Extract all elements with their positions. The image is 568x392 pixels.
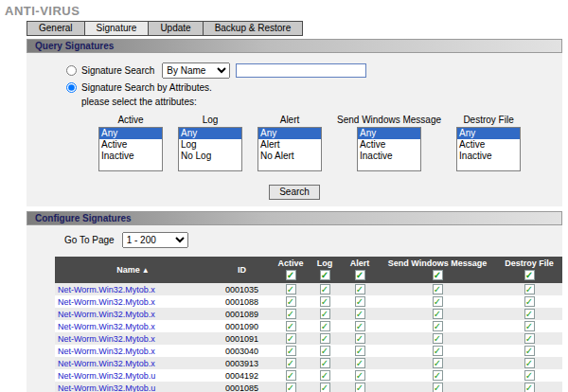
send-windows-message-checkbox[interactable] bbox=[433, 309, 443, 319]
alert-checkbox[interactable] bbox=[355, 296, 365, 307]
signature-name-link[interactable]: Net-Worm.Win32.Mytob.x bbox=[58, 285, 155, 294]
destroy-file-checkbox[interactable] bbox=[524, 284, 535, 294]
column-header-id[interactable]: ID bbox=[211, 257, 273, 283]
active-checkbox[interactable] bbox=[286, 383, 296, 392]
alert-checkbox[interactable] bbox=[355, 358, 365, 368]
go-to-page-select[interactable]: 1 - 200 bbox=[122, 232, 188, 248]
signature-name-link[interactable]: Net-Worm.Win32.Mytob.x bbox=[58, 322, 155, 331]
search-by-attributes-radio[interactable] bbox=[66, 82, 77, 93]
listbox-option[interactable]: Any bbox=[258, 128, 321, 139]
listbox-option[interactable]: No Log bbox=[179, 151, 241, 162]
log-checkbox[interactable] bbox=[320, 346, 330, 356]
select-all-active-checkbox[interactable] bbox=[286, 270, 296, 280]
alert-checkbox[interactable] bbox=[355, 321, 365, 331]
active-checkbox[interactable] bbox=[286, 346, 296, 356]
search-by-select[interactable]: By Name bbox=[162, 62, 230, 79]
signature-name-link[interactable]: Net-Worm.Win32.Mytob.u bbox=[58, 383, 155, 392]
send-windows-message-checkbox[interactable] bbox=[433, 346, 443, 356]
send-windows-message-checkbox[interactable] bbox=[433, 321, 443, 331]
log-checkbox[interactable] bbox=[320, 370, 330, 381]
column-header-name[interactable]: Name bbox=[55, 257, 211, 283]
log-checkbox[interactable] bbox=[320, 321, 330, 331]
listbox-option[interactable]: Inactive bbox=[358, 151, 420, 162]
destroy-file-checkbox[interactable] bbox=[524, 321, 535, 331]
table-row: Net-Worm.Win32.Mytob.x0001088 bbox=[55, 295, 562, 308]
signature-search-radio[interactable] bbox=[66, 65, 77, 76]
signature-name-link[interactable]: Net-Worm.Win32.Mytob.x bbox=[58, 359, 155, 368]
destroy-file-checkbox[interactable] bbox=[524, 358, 535, 368]
log-checkbox[interactable] bbox=[320, 284, 330, 294]
send-windows-message-checkbox[interactable] bbox=[433, 383, 443, 392]
select-all-destroy-file-checkbox[interactable] bbox=[524, 270, 535, 280]
listbox-option[interactable]: Active bbox=[457, 139, 520, 151]
attribute-listbox-destroy-file[interactable]: AnyActiveInactive bbox=[456, 127, 521, 171]
select-all-log-checkbox[interactable] bbox=[320, 270, 330, 280]
signature-name-link[interactable]: Net-Worm.Win32.Mytob.x bbox=[58, 297, 155, 307]
select-all-alert-checkbox[interactable] bbox=[355, 270, 365, 280]
alert-checkbox[interactable] bbox=[355, 333, 365, 344]
signature-search-input[interactable] bbox=[236, 63, 366, 78]
tab-signature[interactable]: Signature bbox=[85, 21, 150, 36]
listbox-option[interactable]: Any bbox=[179, 128, 241, 139]
listbox-option[interactable]: Log bbox=[179, 139, 241, 151]
attribute-listbox-active[interactable]: AnyActiveInactive bbox=[98, 127, 163, 171]
listbox-option[interactable]: Active bbox=[99, 139, 162, 151]
send-windows-message-checkbox[interactable] bbox=[433, 296, 443, 307]
signature-search-radio-label: Signature Search bbox=[81, 65, 154, 76]
signature-name-link[interactable]: Net-Worm.Win32.Mytob.x bbox=[58, 310, 155, 319]
destroy-file-checkbox[interactable] bbox=[524, 383, 535, 392]
listbox-option[interactable]: Inactive bbox=[99, 151, 162, 162]
signature-name-link[interactable]: Net-Worm.Win32.Mytob.x bbox=[58, 347, 155, 356]
listbox-option[interactable]: No Alert bbox=[258, 151, 321, 162]
destroy-file-checkbox[interactable] bbox=[524, 309, 535, 319]
destroy-file-checkbox[interactable] bbox=[524, 333, 535, 344]
log-checkbox[interactable] bbox=[320, 333, 330, 344]
listbox-option[interactable]: Any bbox=[358, 128, 420, 139]
signature-id: 0001085 bbox=[211, 382, 273, 392]
active-checkbox[interactable] bbox=[286, 284, 296, 294]
active-checkbox[interactable] bbox=[286, 309, 296, 319]
alert-checkbox[interactable] bbox=[355, 383, 365, 392]
configure-signatures-title: Configure Signatures bbox=[35, 213, 132, 223]
alert-checkbox[interactable] bbox=[355, 284, 365, 294]
tab-update[interactable]: Update bbox=[149, 21, 203, 36]
send-windows-message-checkbox[interactable] bbox=[433, 284, 443, 294]
active-checkbox[interactable] bbox=[286, 321, 296, 331]
attribute-listbox-log[interactable]: AnyLogNo Log bbox=[178, 127, 242, 171]
listbox-option[interactable]: Alert bbox=[258, 139, 321, 151]
destroy-file-checkbox[interactable] bbox=[524, 370, 535, 381]
listbox-option[interactable]: Any bbox=[457, 128, 520, 139]
sort-ascending-icon bbox=[140, 265, 150, 275]
alert-checkbox[interactable] bbox=[355, 309, 365, 319]
table-row: Net-Worm.Win32.Mytob.x0001090 bbox=[55, 320, 562, 332]
active-checkbox[interactable] bbox=[286, 333, 296, 344]
log-checkbox[interactable] bbox=[320, 358, 330, 368]
destroy-file-checkbox[interactable] bbox=[524, 346, 535, 356]
log-checkbox[interactable] bbox=[320, 383, 330, 392]
alert-checkbox[interactable] bbox=[355, 370, 365, 381]
listbox-option[interactable]: Inactive bbox=[457, 151, 520, 162]
send-windows-message-checkbox[interactable] bbox=[433, 333, 443, 344]
search-button[interactable]: Search bbox=[269, 185, 320, 200]
signature-id: 0001035 bbox=[211, 283, 273, 295]
attribute-listboxes: ActiveAnyActiveInactiveLogAnyLogNo LogAl… bbox=[98, 115, 562, 171]
active-checkbox[interactable] bbox=[286, 296, 296, 307]
log-checkbox[interactable] bbox=[320, 296, 330, 307]
tab-general[interactable]: General bbox=[27, 21, 85, 36]
alert-checkbox[interactable] bbox=[355, 346, 365, 356]
listbox-option[interactable]: Any bbox=[99, 128, 162, 139]
select-all-send-windows-message-checkbox[interactable] bbox=[433, 270, 443, 280]
active-checkbox[interactable] bbox=[286, 358, 296, 368]
active-checkbox[interactable] bbox=[286, 370, 296, 381]
send-windows-message-checkbox[interactable] bbox=[433, 358, 443, 368]
signature-name-link[interactable]: Net-Worm.Win32.Mytob.u bbox=[58, 371, 155, 381]
send-windows-message-checkbox[interactable] bbox=[433, 370, 443, 381]
attribute-listbox-alert[interactable]: AnyAlertNo Alert bbox=[257, 127, 322, 171]
tab-backup-restore[interactable]: Backup & Restore bbox=[204, 21, 304, 36]
signature-name-link[interactable]: Net-Worm.Win32.Mytob.x bbox=[58, 334, 155, 344]
log-checkbox[interactable] bbox=[320, 309, 330, 319]
listbox-option[interactable]: Active bbox=[358, 139, 420, 151]
attribute-listbox-send-windows-message[interactable]: AnyActiveInactive bbox=[357, 127, 421, 171]
destroy-file-checkbox[interactable] bbox=[524, 296, 535, 307]
column-header-destroy-file: Destroy File bbox=[496, 257, 562, 283]
